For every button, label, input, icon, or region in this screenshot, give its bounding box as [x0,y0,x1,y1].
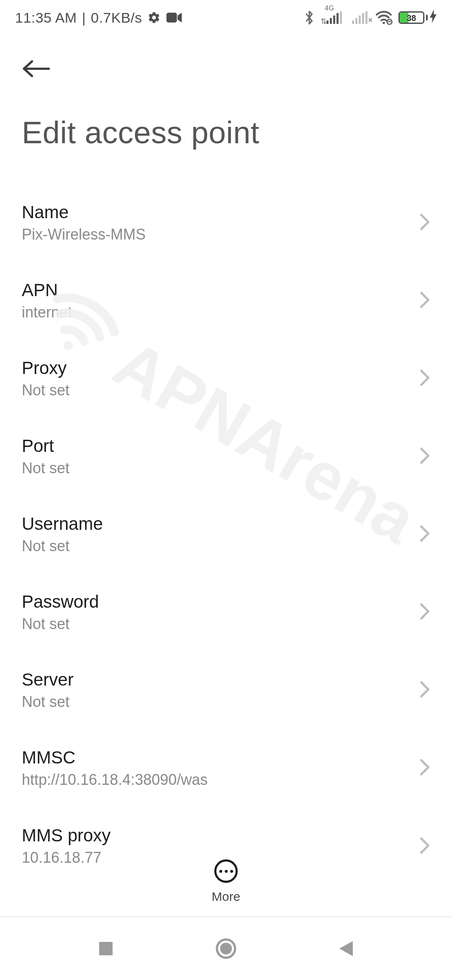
chevron-right-icon [419,758,430,778]
chevron-right-icon [419,213,430,232]
setting-label: Name [22,202,146,222]
setting-value: Not set [22,693,74,711]
charging-icon [429,10,437,26]
svg-rect-1 [166,13,177,22]
status-bar: 11:35 AM | 0.7KB/s 4G ⇅ × [0,0,452,35]
signal-sim2: × [352,11,367,24]
setting-label: MMSC [22,748,208,768]
signal-4g-label: 4G [325,5,334,12]
setting-value: Not set [22,615,99,633]
setting-row-name[interactable]: Name Pix-Wireless-MMS [22,184,430,262]
setting-label: Server [22,670,74,690]
status-time: 11:35 AM [15,10,77,26]
triangle-left-icon [338,939,354,958]
setting-value: internet [22,304,72,321]
nav-back-button[interactable] [321,923,371,974]
signal-sim1: 4G ⇅ [326,11,342,24]
setting-label: Proxy [22,358,69,378]
action-bar: More [0,859,452,917]
setting-value: Not set [22,382,69,399]
dot-icon [230,870,233,873]
more-button[interactable] [214,859,238,883]
signal-bars-1 [326,11,342,24]
status-left: 11:35 AM | 0.7KB/s [15,10,182,26]
circle-icon [215,938,237,959]
status-data-rate: 0.7KB/s [91,10,142,26]
dot-icon [225,870,228,873]
setting-label: APN [22,280,72,300]
dot-icon [219,870,222,873]
setting-value: Pix-Wireless-MMS [22,226,146,243]
navigation-bar [0,917,452,980]
page-title: Edit access point [22,115,430,150]
nav-recent-button[interactable] [81,923,131,974]
gear-icon [147,11,161,24]
setting-label: Port [22,436,69,456]
signal-x-icon: × [368,16,372,25]
arrow-left-icon [22,58,51,79]
setting-label: Username [22,514,103,534]
bluetooth-icon [304,10,315,25]
more-label: More [212,890,240,904]
chevron-right-icon [419,603,430,622]
chevron-right-icon [419,837,430,856]
setting-value: http://10.16.18.4:38090/was [22,771,208,789]
setting-row-username[interactable]: Username Not set [22,495,430,573]
setting-row-port[interactable]: Port Not set [22,418,430,495]
app-header: Edit access point [0,35,452,150]
setting-value: Not set [22,459,69,477]
battery-percent: 38 [400,13,423,23]
chevron-right-icon [419,525,430,544]
setting-label: MMS proxy [22,825,110,846]
svg-point-2 [383,22,385,24]
setting-row-apn[interactable]: APN internet [22,262,430,340]
signal-updown-icon: ⇅ [321,19,327,24]
chevron-right-icon [419,681,430,700]
svg-rect-5 [99,942,113,955]
svg-point-7 [220,943,232,954]
setting-row-password[interactable]: Password Not set [22,573,430,651]
square-icon [98,940,114,957]
setting-row-mmsc[interactable]: MMSC http://10.16.18.4:38090/was [22,729,430,807]
setting-row-server[interactable]: Server Not set [22,651,430,729]
setting-label: Password [22,592,99,612]
signal-bars-2 [352,11,367,24]
battery-indicator: 38 [398,10,437,26]
chevron-right-icon [419,369,430,388]
chevron-right-icon [419,291,430,310]
status-divider: | [82,10,86,26]
setting-value: Not set [22,537,103,555]
video-icon [166,12,182,23]
status-right: 4G ⇅ × 38 [304,10,437,26]
chevron-right-icon [419,447,430,466]
back-button[interactable] [22,52,55,85]
setting-row-mms-proxy[interactable]: MMS proxy 10.16.18.77 [22,807,430,867]
settings-list: Name Pix-Wireless-MMS APN internet Proxy… [0,184,452,867]
setting-row-proxy[interactable]: Proxy Not set [22,340,430,418]
wifi-icon [375,10,393,25]
nav-home-button[interactable] [201,923,251,974]
